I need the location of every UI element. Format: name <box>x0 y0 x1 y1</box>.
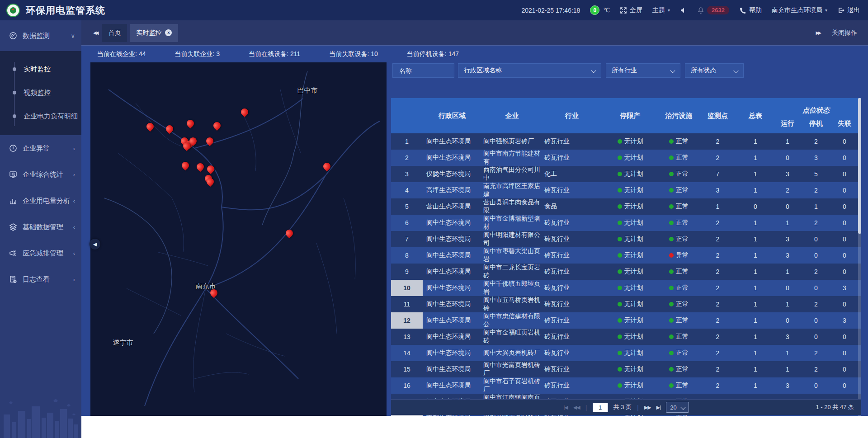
table-row[interactable]: 14阆中生态环境局阆中大兴页岩机砖厂砖瓦行业无计划正常21120 <box>391 345 861 361</box>
region-cell: 阆中生态环境局 <box>423 247 481 264</box>
next-page-button[interactable]: ▶▶ <box>644 405 651 410</box>
status-text: 正常 <box>676 284 689 292</box>
tabs-scroll-left-icon[interactable]: ◀◀ <box>93 30 97 35</box>
tab-home[interactable]: 首页 <box>102 24 127 42</box>
total-meter-cell: 1 <box>737 345 774 361</box>
sidebar-subitem-视频监控[interactable]: 视频监控 <box>0 81 81 104</box>
status-normal-cell: 正常 <box>659 312 698 329</box>
total-meter-cell: 1 <box>737 329 774 345</box>
tab-realtime-monitor[interactable]: 实时监控 × <box>130 24 178 42</box>
green-dot-icon <box>618 302 622 306</box>
lost-count-cell: 3 <box>831 312 858 329</box>
name-filter-field[interactable] <box>392 63 454 78</box>
name-filter-input[interactable] <box>398 66 448 75</box>
lost-count-cell: 0 <box>831 361 858 377</box>
industry-cell: 砖瓦行业 <box>542 377 601 394</box>
close-tab-icon[interactable]: × <box>165 29 172 36</box>
status-normal-cell: 正常 <box>659 377 698 394</box>
table-row[interactable]: 11阆中生态环境局阆中市五马桥页岩机砖砖瓦行业无计划正常21120 <box>391 296 861 312</box>
lost-count-cell: 0 <box>831 231 858 247</box>
running-count-cell: 3 <box>774 329 801 345</box>
table-row[interactable]: 13阆中生态环境局阆中市金福旺页岩机砖砖瓦行业无计划正常21300 <box>391 329 861 345</box>
last-page-button[interactable]: ▶| <box>656 405 660 410</box>
industry-filter-select[interactable]: 所有行业 <box>606 63 680 78</box>
org-menu-button[interactable]: 南充市生态环境局 ▾ <box>772 6 827 14</box>
table-row[interactable]: 7阆中生态环境局阆中明阳建材有限公司砖瓦行业无计划正常21300 <box>391 231 861 247</box>
running-count-cell: 1 <box>774 361 801 377</box>
company-cell: 阆中市五马桥页岩机砖 <box>481 296 542 312</box>
first-page-button[interactable]: |◀ <box>563 405 567 410</box>
status-normal-cell: 无计划 <box>601 215 659 231</box>
sidebar-subitem-实时监控[interactable]: 实时监控 <box>0 57 81 81</box>
sidebar-item-日志查看[interactable]: 日志查看‹ <box>0 266 81 292</box>
temperature-unit: ℃ <box>603 7 610 14</box>
table-row[interactable]: 6阆中生态环境局阆中市金博瑞新型墙材砖瓦行业无计划正常21120 <box>391 215 861 231</box>
tab-bar: ◀◀ 首页 实时监控 × ▶▶ 关闭操作 <box>81 20 868 46</box>
company-cell: 南充市高坪区王家店建 <box>481 182 542 198</box>
gis-map[interactable]: 巴中市南充市遂宁市 <box>90 62 387 416</box>
tab-realtime-label: 实时监控 <box>136 29 161 37</box>
scrollbar-thumb[interactable] <box>858 98 861 234</box>
exit-icon <box>837 7 844 14</box>
col-header-stop-limit: 停限产 <box>601 98 659 133</box>
mute-button[interactable] <box>680 7 687 14</box>
status-normal-cell: 正常 <box>659 296 698 312</box>
table-row[interactable]: 2阆中生态环境局阆中市南方节能建材有砖瓦行业无计划正常21030 <box>391 150 861 166</box>
stopped-count-cell: 2 <box>801 361 831 377</box>
filter-row: 行政区域名称 所有行业 所有状态 <box>391 63 861 79</box>
green-dot-icon <box>669 172 674 176</box>
sidebar-subitem-企业电力负荷明细[interactable]: 企业电力负荷明细 <box>0 104 81 128</box>
table-row[interactable]: 8阆中生态环境局阆中市枣碧大梁山页岩砖瓦行业无计划异常21300 <box>391 247 861 264</box>
table-row[interactable]: 1阆中生态环境局阆中强锐页岩砖厂砖瓦行业无计划正常21120 <box>391 133 861 150</box>
prev-page-button[interactable]: ◀◀ <box>573 405 580 410</box>
status-normal-cell: 正常 <box>659 133 698 150</box>
table-row[interactable]: 12阆中生态环境局阆中市忠信建材有限公砖瓦行业无计划正常21003 <box>391 312 861 329</box>
page-number-input[interactable] <box>593 403 608 412</box>
sidebar-menu: 数据监测∨实时监控视频监控企业电力负荷明细企业异常‹企业综合统计‹企业用电量分析… <box>0 20 81 292</box>
theme-menu-button[interactable]: 主题 ▾ <box>652 6 670 14</box>
notification-area[interactable]: 2632 <box>697 6 729 14</box>
table-row[interactable]: 9阆中生态环境局阆中市二龙长宝页岩砖砖瓦行业无计划正常21120 <box>391 264 861 280</box>
sidebar-item-企业异常[interactable]: 企业异常‹ <box>0 135 81 161</box>
lost-count-cell: 0 <box>831 215 858 231</box>
region-filter-select[interactable]: 行政区域名称 <box>458 63 601 78</box>
sidebar-item-数据监测[interactable]: 数据监测∨ <box>0 20 81 51</box>
close-operations-button[interactable]: 关闭操作 <box>832 29 857 37</box>
sidebar-item-企业用电量分析[interactable]: 企业用电量分析‹ <box>0 188 81 214</box>
stat-value: 211 <box>290 50 300 57</box>
tabs-scroll-right-icon[interactable]: ▶▶ <box>816 30 820 35</box>
datetime-display: 2021-02-25 17:46:18 <box>521 7 580 14</box>
sidebar-item-企业综合统计[interactable]: 企业综合统计‹ <box>0 161 81 188</box>
status-normal-cell: 无计划 <box>601 182 659 198</box>
help-button[interactable]: 帮助 <box>739 6 762 14</box>
table-scrollbar[interactable] <box>858 98 861 416</box>
green-dot-icon <box>669 188 674 193</box>
page-size-select[interactable]: 20 <box>666 402 689 413</box>
status-normal-cell: 正常 <box>659 182 698 198</box>
green-dot-icon <box>669 155 674 160</box>
fullscreen-icon <box>620 7 627 14</box>
table-row[interactable]: 4高坪生态环境局南充市高坪区王家店建砖瓦行业无计划正常31220 <box>391 182 861 198</box>
table-row[interactable]: 3仪陇生态环境局西南油气田分公司川中化工无计划正常71350 <box>391 166 861 182</box>
logout-button[interactable]: 退出 <box>837 6 860 14</box>
industry-cell: 砖瓦行业 <box>542 329 601 345</box>
company-cell: 阆中市枣碧大梁山页岩 <box>481 247 542 264</box>
company-cell: 营山县润丰肉食品有限 <box>481 198 542 215</box>
table-row[interactable]: 15阆中生态环境局阆中市光富页岩机砖厂砖瓦行业无计划正常21120 <box>391 361 861 377</box>
sidebar-item-基础数据管理[interactable]: 基础数据管理‹ <box>0 214 81 240</box>
fullscreen-button[interactable]: 全屏 <box>620 6 642 14</box>
stopped-count-cell: 1 <box>801 198 831 215</box>
status-filter-select[interactable]: 所有状态 <box>685 63 744 78</box>
running-count-cell: 0 <box>774 312 801 329</box>
sidebar-item-label: 基础数据管理 <box>23 223 73 231</box>
table-row[interactable]: 16阆中生态环境局阆中市石子页岩机砖厂砖瓦行业无计划正常21300 <box>391 377 861 394</box>
table-row[interactable]: 5营山生态环境局营山县润丰肉食品有限食品无计划正常10010 <box>391 198 861 215</box>
row-index-cell: 9 <box>391 264 423 280</box>
submenu-bullet-icon <box>13 114 16 118</box>
sidebar-group-3: 企业综合统计‹ <box>0 161 81 188</box>
stopped-count-cell: 2 <box>801 296 831 312</box>
green-dot-icon <box>618 334 622 339</box>
sidebar-item-应急减排管理[interactable]: 应急减排管理‹ <box>0 240 81 266</box>
map-panel-collapse-button[interactable]: ◀ <box>90 239 100 250</box>
table-row[interactable]: 10阆中生态环境局阆中千佛镇五郎垭页岩砖瓦行业无计划正常21003 <box>391 280 861 296</box>
